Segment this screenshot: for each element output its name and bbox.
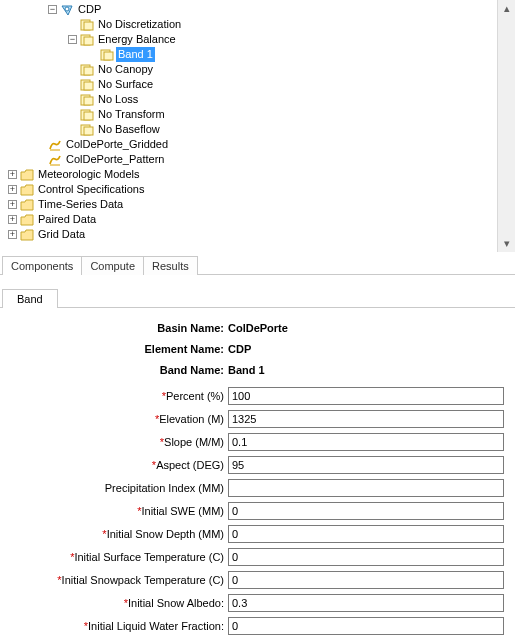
slope-input[interactable] <box>228 433 504 451</box>
svg-rect-16 <box>84 127 93 135</box>
method-icon <box>80 123 94 137</box>
tree-item-band-1[interactable]: Band 1 <box>2 47 515 62</box>
tree-item-no-discretization[interactable]: No Discretization <box>2 17 515 32</box>
expand-icon[interactable]: + <box>8 200 17 209</box>
tree-panel: − CDP No Discretization − Energy Balance <box>0 0 515 252</box>
tree-item-label: Energy Balance <box>96 32 178 47</box>
tree-item-label: ColDePorte_Pattern <box>64 152 166 167</box>
band-icon <box>100 48 114 62</box>
percent-input[interactable] <box>228 387 504 405</box>
tree-item-no-transform[interactable]: No Transform <box>2 107 515 122</box>
expand-icon[interactable]: + <box>8 230 17 239</box>
tree-scrollbar[interactable]: ▴ ▾ <box>497 0 515 252</box>
collapse-icon[interactable]: − <box>48 5 57 14</box>
initial-liquid-water-fraction-input[interactable] <box>228 617 504 635</box>
tree-item-label: Control Specifications <box>36 182 146 197</box>
tree-item-no-baseflow[interactable]: No Baseflow <box>2 122 515 137</box>
tree-item-label: Time-Series Data <box>36 197 125 212</box>
svg-rect-2 <box>84 22 93 30</box>
tree-item-label: ColDePorte_Gridded <box>64 137 170 152</box>
initial-surface-temp-label: *Initial Surface Temperature (C) <box>4 551 228 563</box>
folder-icon <box>20 183 34 197</box>
tab-compute[interactable]: Compute <box>81 256 144 275</box>
tree-item-no-surface[interactable]: No Surface <box>2 77 515 92</box>
basin-model-icon <box>48 153 62 167</box>
svg-rect-14 <box>84 112 93 120</box>
tree-item-label: No Loss <box>96 92 140 107</box>
precip-index-label: Precipitation Index (MM) <box>4 482 228 494</box>
tree-item-label: Band 1 <box>116 47 155 62</box>
band-name-value: Band 1 <box>228 364 265 376</box>
tree-item-label: Grid Data <box>36 227 87 242</box>
initial-snow-albedo-label: *Initial Snow Albedo: <box>4 597 228 609</box>
tree-item-time-series-data[interactable]: + Time-Series Data <box>2 197 515 212</box>
expand-icon[interactable]: + <box>8 215 17 224</box>
slope-label: *Slope (M/M) <box>4 436 228 448</box>
tree-item-paired-data[interactable]: + Paired Data <box>2 212 515 227</box>
folder-icon <box>20 213 34 227</box>
method-icon <box>80 78 94 92</box>
elevation-label: *Elevation (M) <box>4 413 228 425</box>
tree-item-label: No Transform <box>96 107 167 122</box>
subbasin-icon <box>60 3 74 17</box>
tree-item-coldeporte-pattern[interactable]: ColDePorte_Pattern <box>2 152 515 167</box>
collapse-icon[interactable]: − <box>68 35 77 44</box>
method-icon <box>80 108 94 122</box>
basin-model-icon <box>48 138 62 152</box>
method-icon <box>80 33 94 47</box>
band-name-label: Band Name: <box>4 364 228 376</box>
tab-components[interactable]: Components <box>2 256 82 275</box>
aspect-label: *Aspect (DEG) <box>4 459 228 471</box>
basin-name-value: ColDePorte <box>228 322 288 334</box>
tree-item-grid-data[interactable]: + Grid Data <box>2 227 515 242</box>
tree-item-label: Paired Data <box>36 212 98 227</box>
expand-icon[interactable]: + <box>8 170 17 179</box>
svg-rect-6 <box>104 52 113 60</box>
editor-tabs: Band <box>0 285 515 308</box>
elevation-input[interactable] <box>228 410 504 428</box>
svg-rect-4 <box>84 37 93 45</box>
tree-item-no-loss[interactable]: No Loss <box>2 92 515 107</box>
scroll-up-icon[interactable]: ▴ <box>498 0 515 17</box>
tree-item-coldeporte-gridded[interactable]: ColDePorte_Gridded <box>2 137 515 152</box>
initial-snow-albedo-input[interactable] <box>228 594 504 612</box>
aspect-input[interactable] <box>228 456 504 474</box>
initial-surface-temp-input[interactable] <box>228 548 504 566</box>
method-icon <box>80 18 94 32</box>
svg-point-0 <box>65 7 69 11</box>
tree-item-cdp[interactable]: − CDP <box>2 2 515 17</box>
svg-rect-8 <box>84 67 93 75</box>
folder-icon <box>20 168 34 182</box>
initial-swe-input[interactable] <box>228 502 504 520</box>
tab-results[interactable]: Results <box>143 256 198 275</box>
tree-item-control-specifications[interactable]: + Control Specifications <box>2 182 515 197</box>
initial-snow-depth-input[interactable] <box>228 525 504 543</box>
initial-snow-depth-label: *Initial Snow Depth (MM) <box>4 528 228 540</box>
percent-label: *Percent (%) <box>4 390 228 402</box>
tree-item-label: CDP <box>76 2 103 17</box>
basin-name-label: Basin Name: <box>4 322 228 334</box>
tree-item-meteorologic-models[interactable]: + Meteorologic Models <box>2 167 515 182</box>
tree-item-label: No Baseflow <box>96 122 162 137</box>
scroll-down-icon[interactable]: ▾ <box>498 235 515 252</box>
initial-liquid-water-fraction-label: *Initial Liquid Water Fraction: <box>4 620 228 632</box>
svg-rect-10 <box>84 82 93 90</box>
svg-rect-12 <box>84 97 93 105</box>
initial-snowpack-temp-input[interactable] <box>228 571 504 589</box>
element-name-value: CDP <box>228 343 251 355</box>
tree-item-label: No Surface <box>96 77 155 92</box>
folder-icon <box>20 198 34 212</box>
method-icon <box>80 93 94 107</box>
main-tabs: Components Compute Results <box>0 252 515 275</box>
tree-item-label: No Canopy <box>96 62 155 77</box>
tab-band[interactable]: Band <box>2 289 58 308</box>
initial-swe-label: *Initial SWE (MM) <box>4 505 228 517</box>
tree-item-label: Meteorologic Models <box>36 167 142 182</box>
expand-icon[interactable]: + <box>8 185 17 194</box>
precip-index-input[interactable] <box>228 479 504 497</box>
basin-tree[interactable]: − CDP No Discretization − Energy Balance <box>0 0 515 242</box>
folder-icon <box>20 228 34 242</box>
tree-item-no-canopy[interactable]: No Canopy <box>2 62 515 77</box>
properties-panel: Basin Name: ColDePorte Element Name: CDP… <box>0 308 515 636</box>
tree-item-energy-balance[interactable]: − Energy Balance <box>2 32 515 47</box>
